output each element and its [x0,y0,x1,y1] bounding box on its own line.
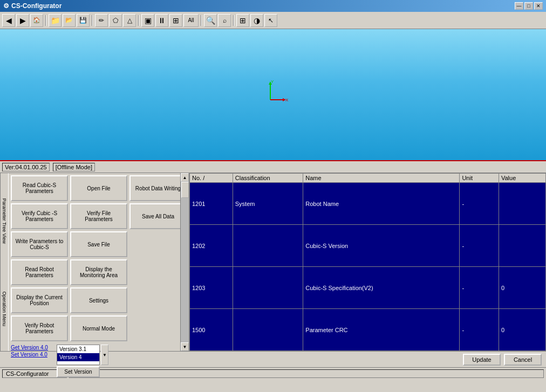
cancel-button[interactable]: Cancel [504,354,542,366]
settings-button[interactable]: Settings [70,287,127,313]
pencil-button[interactable]: ✏ [95,14,108,27]
cursor-button[interactable]: ↖ [264,14,277,27]
cell-classification [233,267,303,309]
back-button[interactable]: ◀ [2,14,15,27]
home-button[interactable]: 🏠 [30,14,43,27]
status-bar-top: Ver:04.01.00.25 [Offline Mode] [0,161,546,173]
operation-menu-tab[interactable]: Operation Menu [2,291,7,326]
version-dropdown-row: Version 3.1 Version 4 ▼ [57,345,108,365]
grid-button[interactable]: ⊞ [169,14,182,27]
cell-no: 1500 [190,309,233,351]
axis-widget: Y X [257,78,289,112]
version-31-option[interactable]: Version 3.1 [57,345,99,353]
col-value-header: Value [499,174,545,183]
magnify-button[interactable]: 🔍 [204,14,217,27]
params-table: No. / Classification Name Unit Value 120… [189,173,546,351]
pause-button[interactable]: ⏸ [155,14,168,27]
canvas-area: Y X [0,29,546,161]
dropdown-arrow[interactable]: ▼ [101,345,108,365]
forward-button[interactable]: ▶ [16,14,29,27]
close-button[interactable]: ✕ [534,2,543,10]
open-file-button[interactable]: 📂 [63,14,76,27]
verify-cubics-button[interactable]: Verify Cubic -S Parameters [11,203,68,229]
cell-classification [233,225,303,267]
cell-value: 0 [499,309,545,351]
triangle-button[interactable]: △ [123,14,136,27]
svg-text:Y: Y [271,79,274,84]
cell-value [499,225,545,267]
cell-no: 1203 [190,267,233,309]
cell-name: Cubic-S Version [303,225,460,267]
version-dropdown[interactable]: Version 3.1 Version 4 [57,345,100,365]
all-button[interactable]: All [183,14,199,27]
cell-classification [233,309,303,351]
version-label: Ver:04.01.00.25 [2,163,50,171]
cell-name: Cubic-S Specification(V2) [303,267,460,309]
left-panel: Read Cubic-S Parameters Open File Robot … [9,173,189,351]
version-4-option[interactable]: Version 4 [57,353,99,361]
cell-classification: System [233,183,303,225]
display-monitoring-button[interactable]: Display the Monitoring Area [70,259,127,285]
cell-no: 1202 [190,225,233,267]
scroll-down-button[interactable]: ▼ [181,342,189,351]
normal-mode-button[interactable]: Normal Mode [70,315,127,341]
cell-name: Robot Name [303,183,460,225]
chart-button[interactable]: ⊞ [236,14,249,27]
app-icon: ⚙ [3,2,9,10]
robot-data-writing-button[interactable]: Robot Data Writing [129,175,187,201]
cell-unit: - [460,183,499,225]
open-folder-button[interactable]: 📁 [49,14,62,27]
version-area: Get Version 4.0 Set Version 4.0 Version … [9,343,189,379]
read-cubics-button[interactable]: Read Cubic-S Parameters [11,175,68,201]
separator-5 [233,15,234,26]
cell-name: Parameter CRC [303,309,460,351]
scroll-up-button[interactable]: ▲ [181,173,189,182]
read-robot-button[interactable]: Read Robot Parameters [11,259,68,285]
scroll-track [181,182,189,342]
display-position-button[interactable]: Display the Current Position [11,287,68,313]
save-file-button[interactable]: Save File [70,231,127,257]
buttons-grid: Read Cubic-S Parameters Open File Robot … [9,173,189,343]
cell-unit: - [460,267,499,309]
write-params-button[interactable]: Write Parameters to Cubic-S [11,231,68,257]
save-all-button[interactable]: Save All Data [129,203,187,229]
col-class-header: Classification [233,174,303,183]
window-controls: — □ ✕ [515,2,543,10]
open-file-button-panel[interactable]: Open File [70,175,127,201]
table-row[interactable]: 1500 Parameter CRC - 0 [190,309,546,351]
window-title: CS-Configurator [11,2,62,10]
col-no-header: No. / [190,174,233,183]
cell-unit: - [460,225,499,267]
scrollbar: ▲ ▼ [180,173,189,351]
set-version-link[interactable]: Set Version 4.0 [11,352,48,357]
parameter-tree-tab[interactable]: Parameter Tree View [2,198,7,243]
separator-3 [138,15,139,26]
save-button[interactable]: 💾 [77,14,90,27]
table-row[interactable]: 1201 System Robot Name - [190,183,546,225]
get-version-link[interactable]: Get Version 4.0 [11,345,48,350]
col-name-header: Name [303,174,460,183]
scroll-thumb[interactable] [181,182,189,198]
search-button[interactable]: ⌕ [218,14,231,27]
main-area: Operation Menu Parameter Tree View Read … [0,173,546,351]
table-row[interactable]: 1202 Cubic-S Version - [190,225,546,267]
separator-1 [45,15,46,26]
cell-no: 1201 [190,183,233,225]
verify-robot-button[interactable]: Verify Robot Parameters [11,315,68,341]
maximize-button[interactable]: □ [524,2,533,10]
mode-label: [Offline Mode] [53,163,95,171]
minimize-button[interactable]: — [515,2,523,10]
separator-2 [92,15,93,26]
table-row[interactable]: 1203 Cubic-S Specification(V2) - 0 [190,267,546,309]
set-version-button[interactable]: Set Version [57,366,100,377]
color-button[interactable]: ◑ [250,14,263,27]
polygon-button[interactable]: ⬠ [109,14,122,27]
separator-4 [201,15,202,26]
update-button[interactable]: Update [463,354,501,366]
cell-unit: - [460,309,499,351]
cell-value [499,183,545,225]
cell-value: 0 [499,267,545,309]
square-button[interactable]: ▣ [141,14,154,27]
verify-file-button[interactable]: Verify File Parameters [70,203,127,229]
svg-text:X: X [285,98,289,102]
